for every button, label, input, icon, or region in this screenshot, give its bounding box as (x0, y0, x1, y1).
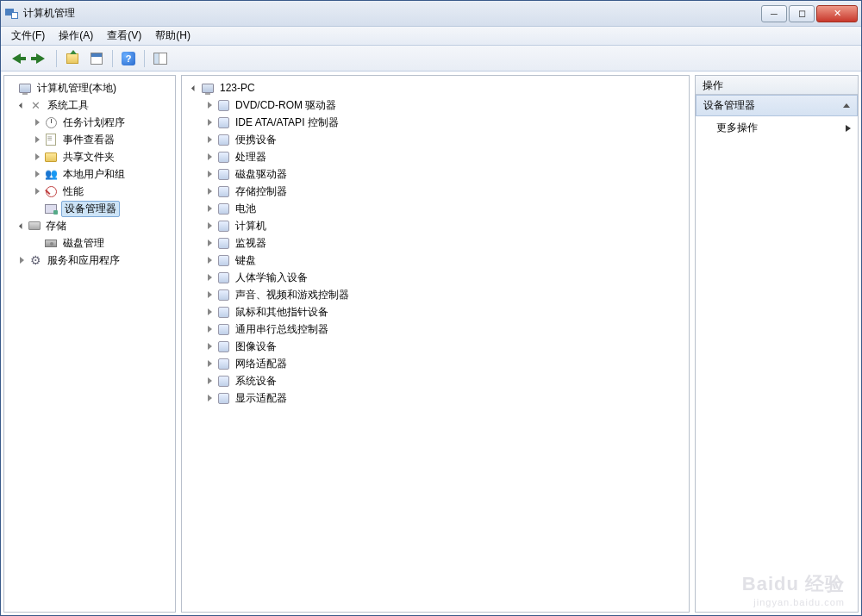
device-icon (216, 150, 230, 164)
expander-icon[interactable] (204, 100, 215, 110)
device-category[interactable]: 磁盘驱动器 (184, 165, 687, 183)
device-category[interactable]: 显示适配器 (184, 389, 687, 407)
item-icon (44, 184, 58, 198)
expander-icon[interactable] (204, 255, 215, 265)
device-category[interactable]: 鼠标和其他指针设备 (184, 303, 687, 320)
panel-icon (153, 53, 167, 65)
tree-item[interactable]: 设备管理器 (6, 200, 173, 217)
panel-button[interactable] (150, 48, 171, 69)
expander-icon[interactable] (204, 376, 215, 386)
tree-group[interactable]: 系统工具 (6, 96, 173, 114)
expander-icon[interactable] (204, 134, 215, 145)
tree-item[interactable]: 任务计划程序 (6, 114, 173, 131)
device-icon (216, 167, 230, 181)
expander-icon[interactable] (204, 152, 215, 162)
expander-icon[interactable] (204, 307, 215, 317)
device-category[interactable]: 人体学输入设备 (184, 269, 687, 286)
expander-icon[interactable] (32, 169, 42, 179)
item-icon (44, 202, 58, 215)
menu-file[interactable]: 文件(F) (4, 27, 52, 45)
window-controls: ─ ◻ ✕ (761, 5, 858, 22)
folder-up-icon (66, 53, 78, 64)
expander-icon[interactable] (204, 358, 215, 369)
tree-item[interactable]: 共享文件夹 (6, 148, 173, 165)
device-category[interactable]: 键盘 (184, 252, 687, 269)
expander-icon[interactable] (204, 289, 215, 300)
tree-item[interactable]: 性能 (6, 183, 173, 200)
action-more[interactable]: 更多操作 (696, 116, 858, 140)
device-category[interactable]: 便携设备 (184, 131, 687, 148)
tree-root[interactable]: 计算机管理(本地) (6, 79, 173, 96)
group-icon (28, 253, 42, 267)
expander-icon[interactable] (204, 341, 215, 352)
tree-group[interactable]: 服务和应用程序 (6, 252, 173, 269)
device-category[interactable]: 存储控制器 (184, 183, 687, 200)
device-icon (216, 357, 230, 370)
device-category[interactable]: 处理器 (184, 148, 687, 165)
help-icon: ? (122, 52, 135, 65)
group-icon (28, 98, 42, 112)
expander-icon[interactable] (204, 186, 215, 196)
tree-group[interactable]: 存储 (6, 217, 173, 234)
expander-icon[interactable] (204, 238, 215, 248)
help-button[interactable]: ? (118, 48, 139, 69)
item-icon (44, 133, 58, 146)
device-category[interactable]: IDE ATA/ATAPI 控制器 (184, 114, 687, 131)
device-icon (216, 271, 230, 284)
expander-icon[interactable] (32, 152, 42, 162)
expander-icon[interactable] (204, 324, 215, 334)
device-category[interactable]: 网络适配器 (184, 355, 687, 372)
expander-icon[interactable] (16, 100, 27, 110)
device-category[interactable]: 计算机 (184, 217, 687, 234)
arrow-left-icon (12, 53, 21, 64)
device-tree-root[interactable]: 123-PC (184, 79, 687, 96)
device-category[interactable]: 图像设备 (184, 338, 687, 355)
device-icon (216, 236, 230, 250)
device-category[interactable]: 系统设备 (184, 372, 687, 389)
back-button[interactable] (6, 48, 27, 69)
menu-action[interactable]: 操作(A) (52, 27, 100, 45)
expander-icon[interactable] (204, 117, 215, 128)
expander-icon[interactable] (204, 393, 215, 403)
toolbar-separator (112, 50, 113, 67)
expander-icon[interactable] (204, 169, 215, 179)
expander-icon[interactable] (204, 221, 215, 231)
device-icon (216, 374, 230, 388)
device-icon (216, 253, 230, 267)
tree-item[interactable]: 磁盘管理 (6, 234, 173, 252)
forward-button[interactable] (30, 48, 51, 69)
actions-section-title[interactable]: 设备管理器 (696, 95, 858, 116)
menu-view[interactable]: 查看(V) (100, 27, 148, 45)
collapse-arrow-icon (843, 103, 850, 108)
submenu-arrow-icon (846, 125, 851, 132)
titlebar[interactable]: 计算机管理 ─ ◻ ✕ (1, 1, 861, 27)
window-frame: 计算机管理 ─ ◻ ✕ 文件(F) 操作(A) 查看(V) 帮助(H) ? (0, 0, 862, 616)
up-button[interactable] (62, 48, 83, 69)
expander-icon[interactable] (32, 117, 42, 128)
device-category[interactable]: 监视器 (184, 234, 687, 252)
close-button[interactable]: ✕ (816, 5, 858, 22)
expander-icon[interactable] (32, 186, 42, 196)
expander-icon[interactable] (204, 203, 215, 214)
maximize-button[interactable]: ◻ (789, 5, 815, 22)
navigation-pane: 计算机管理(本地) 系统工具任务计划程序事件查看器共享文件夹本地用户和组性能设备… (3, 75, 176, 613)
minimize-button[interactable]: ─ (761, 5, 787, 22)
toolbar-separator (56, 50, 57, 67)
tree-item[interactable]: 本地用户和组 (6, 165, 173, 183)
device-category[interactable]: DVD/CD-ROM 驱动器 (184, 96, 687, 114)
expander-icon[interactable] (16, 255, 27, 265)
expander-icon[interactable] (189, 83, 199, 93)
toolbar: ? (1, 46, 861, 72)
properties-button[interactable] (86, 48, 107, 69)
device-category[interactable]: 声音、视频和游戏控制器 (184, 286, 687, 303)
menu-help[interactable]: 帮助(H) (148, 27, 197, 45)
details-pane: 123-PC DVD/CD-ROM 驱动器IDE ATA/ATAPI 控制器便携… (181, 75, 690, 613)
device-category[interactable]: 电池 (184, 200, 687, 217)
properties-icon (91, 53, 103, 65)
tree-item[interactable]: 事件查看器 (6, 131, 173, 148)
expander-icon[interactable] (16, 221, 27, 231)
expander-icon[interactable] (204, 272, 215, 283)
device-category[interactable]: 通用串行总线控制器 (184, 320, 687, 338)
content-area: 计算机管理(本地) 系统工具任务计划程序事件查看器共享文件夹本地用户和组性能设备… (1, 72, 861, 615)
expander-icon[interactable] (32, 134, 42, 145)
